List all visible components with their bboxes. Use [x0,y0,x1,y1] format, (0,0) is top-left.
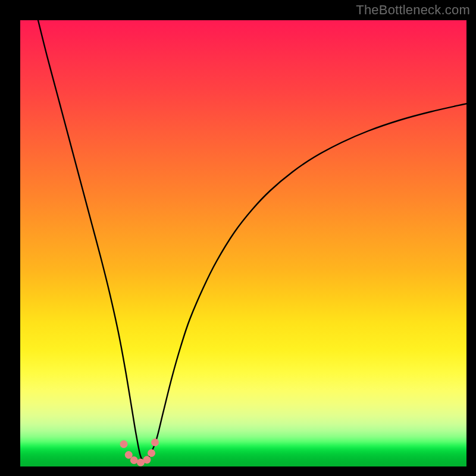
curve-marker [151,439,159,446]
chart-frame: TheBottleneck.com [0,0,476,476]
bottleneck-curve-path [38,20,466,461]
curve-marker [143,456,151,464]
curve-marker [148,449,155,457]
curve-marker [130,456,138,464]
watermark-text: TheBottleneck.com [356,2,470,18]
chart-plot-area [20,20,466,466]
curve-marker [120,440,128,448]
bottleneck-curve-svg [20,20,466,466]
